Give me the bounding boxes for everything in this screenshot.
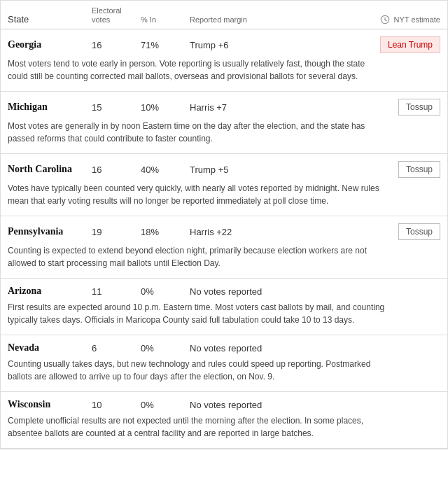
- state-name: Arizona: [8, 286, 92, 297]
- estimate-badge: Tossup: [398, 223, 440, 240]
- election-table: State Electoral votes % In Reported marg…: [0, 0, 448, 449]
- state-row: Pennsylvania 19 18% Harris +22 Tossup: [1, 216, 447, 243]
- pct-in: 40%: [141, 164, 190, 175]
- state-block: Wisconsin 10 0% No votes reported Comple…: [1, 392, 447, 449]
- state-name: Michigan: [8, 102, 92, 113]
- electoral-votes: 11: [92, 286, 141, 297]
- reported-margin-column-header: Reported margin: [190, 15, 316, 24]
- estimate-badge: Tossup: [398, 99, 440, 115]
- electoral-votes: 16: [92, 40, 141, 50]
- clock-icon: [380, 15, 390, 24]
- state-row: Arizona 11 0% No votes reported: [1, 279, 447, 300]
- state-block: Arizona 11 0% No votes reported First re…: [1, 279, 447, 335]
- electoral-votes: 15: [92, 102, 141, 113]
- pct-in: 18%: [141, 227, 190, 237]
- reported-margin: Trump +6: [190, 40, 316, 50]
- nyt-estimate-column-header: NYT estimate: [316, 15, 440, 24]
- state-description: Votes have typically been counted very q…: [1, 181, 393, 216]
- reported-margin: Trump +5: [190, 164, 316, 175]
- table-header: State Electoral votes % In Reported marg…: [1, 1, 447, 29]
- electoral-votes: 19: [92, 227, 141, 237]
- state-column-header: State: [8, 14, 92, 25]
- state-description: Counting is expected to extend beyond el…: [1, 243, 393, 278]
- svg-line-2: [385, 20, 386, 21]
- state-row: Wisconsin 10 0% No votes reported: [1, 392, 447, 413]
- state-description: Counting usually takes days, but new tec…: [1, 356, 393, 391]
- state-block: Pennsylvania 19 18% Harris +22 Tossup Co…: [1, 216, 447, 279]
- estimate-badge: Tossup: [398, 161, 440, 178]
- state-description: Most votes are generally in by noon East…: [1, 118, 393, 153]
- state-block: Nevada 6 0% No votes reported Counting u…: [1, 335, 447, 392]
- reported-margin: No votes reported: [190, 286, 316, 297]
- state-block: North Carolina 16 40% Trump +5 Tossup Vo…: [1, 154, 447, 216]
- state-row: Georgia 16 71% Trump +6 Lean Trump: [1, 29, 447, 56]
- state-block: Georgia 16 71% Trump +6 Lean Trump Most …: [1, 29, 447, 92]
- state-row: Nevada 6 0% No votes reported: [1, 335, 447, 356]
- reported-margin: No votes reported: [190, 343, 316, 354]
- state-description: Complete unofficial results are not expe…: [1, 413, 393, 448]
- reported-margin: Harris +7: [190, 102, 316, 113]
- state-description: Most voters tend to vote early in person…: [1, 56, 393, 91]
- state-row: Michigan 15 10% Harris +7 Tossup: [1, 92, 447, 118]
- pct-in-column-header: % In: [141, 15, 190, 24]
- estimate-badge: Lean Trump: [380, 36, 440, 53]
- state-rows-container: Georgia 16 71% Trump +6 Lean Trump Most …: [1, 29, 447, 449]
- pct-in: 0%: [141, 286, 190, 297]
- state-name: Nevada: [8, 342, 92, 354]
- reported-margin: No votes reported: [190, 400, 316, 410]
- estimate-cell: Tossup: [316, 161, 440, 178]
- electoral-votes-column-header: Electoral votes: [92, 6, 141, 24]
- electoral-votes: 6: [92, 343, 141, 354]
- state-description: First results are expected around 10 p.m…: [1, 300, 393, 335]
- estimate-cell: Lean Trump: [316, 36, 440, 53]
- pct-in: 0%: [141, 343, 190, 354]
- electoral-votes: 16: [92, 164, 141, 175]
- state-block: Michigan 15 10% Harris +7 Tossup Most vo…: [1, 92, 447, 154]
- nyt-estimate-label: NYT estimate: [394, 15, 440, 24]
- reported-margin: Harris +22: [190, 227, 316, 237]
- electoral-votes: 10: [92, 400, 141, 410]
- state-row: North Carolina 16 40% Trump +5 Tossup: [1, 154, 447, 181]
- pct-in: 10%: [141, 102, 190, 113]
- pct-in: 0%: [141, 400, 190, 410]
- estimate-cell: Tossup: [316, 99, 440, 115]
- estimate-cell: Tossup: [316, 223, 440, 240]
- state-name: Wisconsin: [8, 399, 92, 410]
- state-name: North Carolina: [8, 164, 92, 175]
- state-name: Pennsylvania: [8, 226, 92, 237]
- state-name: Georgia: [8, 39, 92, 50]
- pct-in: 71%: [141, 40, 190, 50]
